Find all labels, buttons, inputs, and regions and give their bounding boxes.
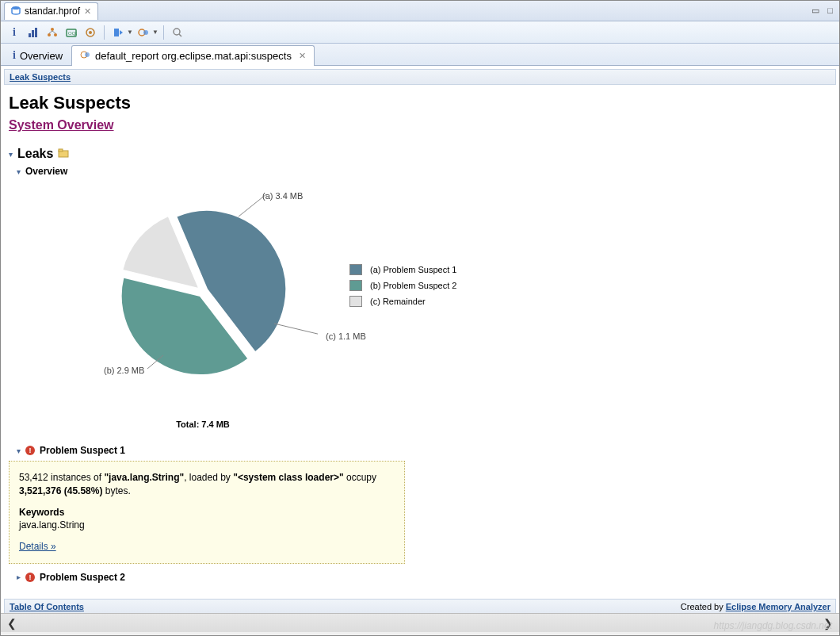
section-overview-header[interactable]: ▾ Overview — [17, 166, 831, 177]
tab-default-report[interactable]: default_report org.eclipse.mat.api:suspe… — [71, 45, 315, 66]
query-browser-button[interactable] — [109, 24, 127, 41]
suspect1-detail-box: 53,412 instances of "java.lang.String", … — [9, 461, 405, 564]
report-icon — [80, 49, 91, 63]
legend-item: (c) Remainder — [349, 296, 456, 307]
system-overview-link[interactable]: System Overview — [9, 118, 114, 132]
svg-text:OQL: OQL — [68, 31, 77, 36]
search-button[interactable] — [169, 24, 186, 41]
dropdown-arrow-icon[interactable]: ▼ — [152, 29, 158, 36]
svg-point-13 — [143, 30, 148, 35]
tab-overview[interactable]: i Overview — [4, 45, 71, 65]
chart-legend: (a) Problem Suspect 1(b) Problem Suspect… — [349, 264, 456, 312]
dominator-tree-button[interactable] — [44, 24, 61, 41]
editor-tab-title: standar.hprof — [25, 6, 80, 17]
svg-rect-1 — [29, 33, 31, 37]
run-report-button[interactable] — [82, 24, 99, 41]
svg-point-6 — [54, 33, 57, 36]
report-footer: Table Of Contents Created by Eclipse Mem… — [4, 599, 836, 613]
error-icon: ! — [25, 446, 35, 455]
editor-tab-active[interactable]: standar.hprof ✕ — [4, 2, 98, 20]
legend-item: (b) Problem Suspect 2 — [349, 280, 456, 291]
compare-button[interactable] — [135, 24, 152, 41]
close-tab-icon[interactable]: ✕ — [299, 51, 306, 61]
pie-total-label: Total: 7.4 MB — [88, 420, 318, 429]
svg-point-10 — [89, 31, 92, 34]
svg-point-0 — [12, 6, 20, 10]
legend-swatch — [349, 264, 362, 275]
svg-rect-18 — [59, 149, 63, 151]
expand-arrow-icon: ▾ — [9, 150, 13, 159]
info-icon: i — [13, 49, 16, 62]
section-leaks-header[interactable]: ▾ Leaks — [9, 147, 831, 161]
svg-rect-3 — [35, 28, 37, 37]
error-icon: ! — [25, 573, 35, 582]
svg-point-14 — [174, 29, 180, 35]
section-suspect1-header[interactable]: ▾ ! Problem Suspect 1 — [17, 445, 831, 456]
pie-chart-panel: (a) 3.4 MB (c) 1.1 MB (b) 2.9 MB Total: … — [9, 185, 831, 429]
pie-label-a: (a) 3.4 MB — [262, 191, 303, 201]
svg-rect-2 — [32, 30, 34, 37]
pie-chart: (a) 3.4 MB (c) 1.1 MB (b) 2.9 MB — [88, 185, 318, 415]
legend-swatch — [349, 296, 362, 307]
breadcrumb-link[interactable]: Leak Suspects — [10, 72, 71, 82]
database-icon — [11, 6, 21, 17]
histogram-button[interactable] — [25, 24, 42, 41]
collapse-arrow-icon: ▸ — [17, 573, 21, 581]
expand-arrow-icon: ▾ — [17, 167, 21, 176]
window-controls: ▭ □ — [811, 6, 839, 16]
toolbar: i OQL ▼ ▼ — [1, 21, 839, 44]
toc-link[interactable]: Table Of Contents — [10, 602, 84, 611]
minimize-icon[interactable]: ▭ — [811, 6, 819, 16]
svg-point-5 — [48, 33, 51, 36]
expand-arrow-icon: ▾ — [17, 446, 21, 455]
pie-label-b: (b) 2.9 MB — [104, 366, 144, 375]
svg-point-16 — [85, 52, 90, 57]
legend-swatch — [349, 280, 362, 291]
section-suspect2-header[interactable]: ▸ ! Problem Suspect 2 — [17, 572, 831, 583]
scroll-left-button[interactable]: ❮ — [4, 616, 20, 630]
breadcrumb: Leak Suspects — [4, 69, 836, 85]
svg-point-4 — [51, 28, 54, 31]
info-button[interactable]: i — [6, 24, 23, 41]
report-content: Leak Suspects Leak Suspects System Overv… — [1, 66, 839, 613]
legend-item: (a) Problem Suspect 1 — [349, 264, 456, 275]
svg-rect-11 — [114, 29, 119, 36]
maximize-icon[interactable]: □ — [827, 6, 833, 16]
report-tabs: i Overview default_report org.eclipse.ma… — [1, 44, 839, 66]
oql-button[interactable]: OQL — [63, 24, 80, 41]
scroll-right-button[interactable]: ❯ — [820, 616, 836, 630]
pie-label-c: (c) 1.1 MB — [326, 331, 366, 341]
folder-icon — [58, 148, 69, 160]
details-link[interactable]: Details » — [19, 541, 56, 552]
close-tab-icon[interactable]: ✕ — [84, 6, 91, 17]
dropdown-arrow-icon[interactable]: ▼ — [127, 29, 133, 36]
page-title: Leak Suspects — [9, 93, 831, 113]
horizontal-scrollbar[interactable]: ❮ ❯ — [1, 613, 839, 632]
svg-line-20 — [274, 324, 318, 335]
tool-link[interactable]: Eclipse Memory Analyzer — [726, 602, 830, 611]
editor-tab-bar: standar.hprof ✕ ▭ □ — [1, 1, 839, 21]
